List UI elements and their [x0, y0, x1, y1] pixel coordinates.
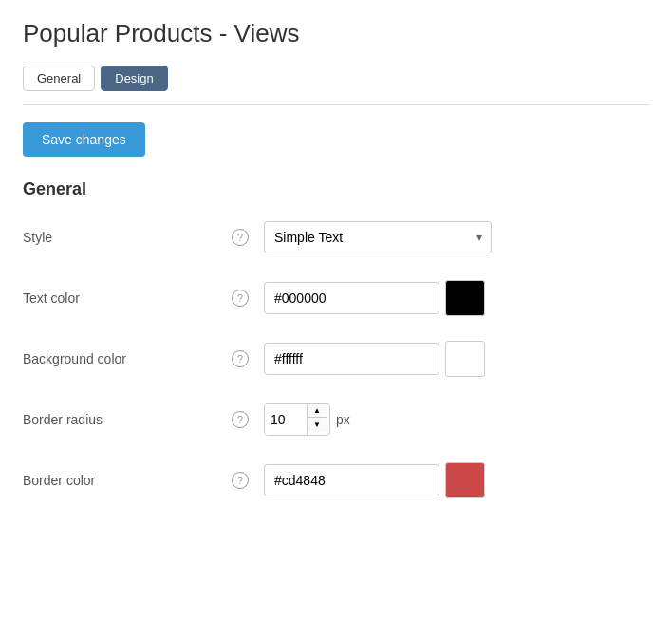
- border-radius-label: Border radius: [23, 412, 232, 427]
- background-color-input[interactable]: [264, 343, 439, 375]
- background-color-control: [264, 341, 649, 377]
- background-color-help-icon[interactable]: ?: [232, 350, 249, 367]
- tab-bar: General Design: [23, 66, 649, 91]
- border-radius-increment[interactable]: ▲: [308, 404, 327, 418]
- tab-general[interactable]: General: [23, 66, 95, 91]
- save-button[interactable]: Save changes: [23, 122, 145, 157]
- field-row-background-color: Background color ?: [23, 340, 649, 378]
- border-radius-help-icon[interactable]: ?: [232, 411, 249, 428]
- border-color-label: Border color: [23, 473, 232, 488]
- section-title-general: General: [23, 179, 649, 199]
- style-control: Simple Text Card List Grid ▾: [264, 221, 649, 253]
- border-radius-unit: px: [336, 412, 350, 427]
- divider: [23, 104, 649, 105]
- style-select[interactable]: Simple Text Card List Grid: [264, 221, 492, 253]
- field-row-border-radius: Border radius ? ▲ ▼ px: [23, 401, 649, 439]
- text-color-swatch[interactable]: [445, 280, 485, 316]
- text-color-control: [264, 280, 649, 316]
- border-radius-input-box: ▲ ▼: [264, 403, 330, 436]
- style-label: Style: [23, 230, 232, 245]
- border-color-control: [264, 462, 649, 498]
- style-select-wrapper: Simple Text Card List Grid ▾: [264, 221, 492, 253]
- text-color-input[interactable]: [264, 282, 439, 314]
- text-color-help-icon[interactable]: ?: [232, 290, 249, 307]
- border-radius-spinners: ▲ ▼: [307, 404, 327, 435]
- border-radius-decrement[interactable]: ▼: [308, 418, 327, 431]
- style-help-icon[interactable]: ?: [232, 229, 249, 246]
- field-row-text-color: Text color ?: [23, 279, 649, 317]
- field-row-style: Style ? Simple Text Card List Grid ▾: [23, 218, 649, 256]
- text-color-label: Text color: [23, 290, 232, 306]
- tab-design[interactable]: Design: [101, 66, 167, 91]
- border-color-swatch[interactable]: [445, 462, 485, 498]
- border-radius-input[interactable]: [265, 404, 307, 435]
- border-radius-control: ▲ ▼ px: [264, 403, 649, 436]
- border-color-input[interactable]: [264, 464, 439, 496]
- border-color-help-icon[interactable]: ?: [232, 472, 249, 489]
- page-title: Popular Products - Views: [23, 19, 649, 48]
- background-color-swatch[interactable]: [445, 341, 485, 377]
- background-color-label: Background color: [23, 351, 232, 366]
- field-row-border-color: Border color ?: [23, 461, 649, 499]
